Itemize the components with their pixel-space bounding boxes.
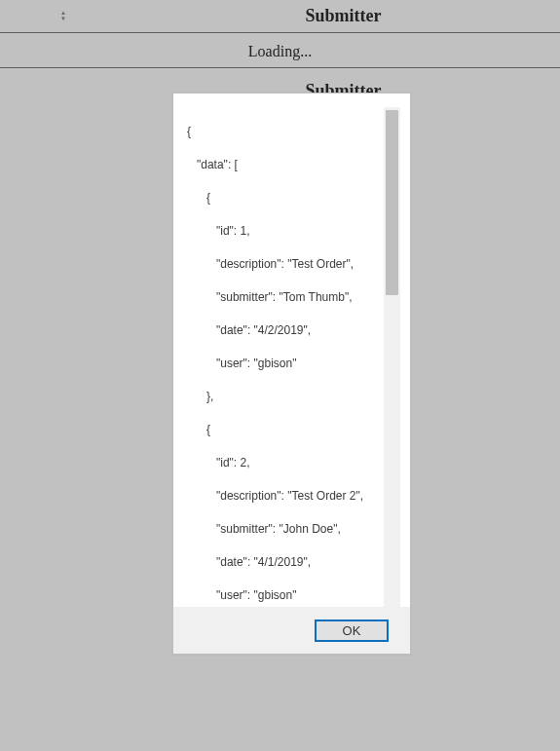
json-line: {: [187, 190, 378, 207]
json-line: "date": "4/1/2019",: [187, 554, 378, 571]
json-line: "date": "4/2/2019",: [187, 322, 378, 339]
json-line: "id": 2,: [187, 455, 378, 471]
alert-text: { "data": [ { "id": 1, "description": "T…: [187, 107, 378, 607]
dialog-scrollbar[interactable]: [384, 107, 400, 607]
json-line: "id": 1,: [187, 223, 378, 240]
json-line: },: [187, 389, 378, 405]
alert-body: { "data": [ { "id": 1, "description": "T…: [173, 94, 410, 607]
alert-footer: OK: [173, 607, 410, 654]
alert-dialog: { "data": [ { "id": 1, "description": "T…: [172, 93, 411, 655]
table-header-row: ▲▼ Submitter: [0, 0, 560, 33]
json-line: "data": [: [187, 157, 378, 173]
scrollbar-thumb[interactable]: [386, 110, 398, 295]
json-line: "submitter": "Tom Thumb",: [187, 289, 378, 306]
ok-button[interactable]: OK: [315, 620, 389, 642]
json-line: {: [187, 422, 378, 438]
json-line: "description": "Test Order",: [187, 256, 378, 273]
json-line: "user": "gbison": [187, 356, 378, 372]
json-line: {: [187, 124, 378, 140]
json-line: "submitter": "John Doe",: [187, 521, 378, 538]
sort-icon: ▲▼: [60, 11, 66, 21]
column-header-submitter[interactable]: Submitter: [127, 6, 560, 26]
json-line: "description": "Test Order 2",: [187, 488, 378, 505]
sort-column-header[interactable]: ▲▼: [0, 0, 127, 32]
loading-text: Loading...: [248, 43, 312, 60]
json-line: "user": "gbison": [187, 587, 378, 604]
loading-row: Loading...: [0, 35, 560, 68]
